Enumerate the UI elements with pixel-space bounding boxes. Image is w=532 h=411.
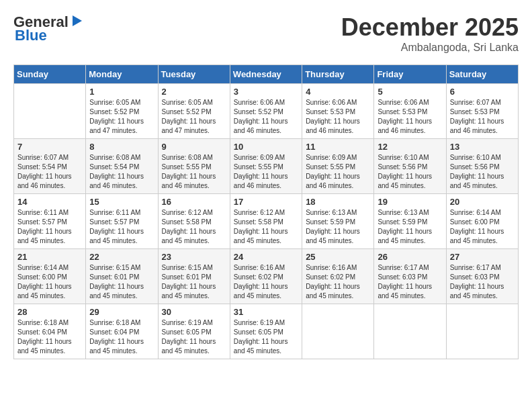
calendar-week-2: 7Sunrise: 6:07 AMSunset: 5:54 PMDaylight… [14,139,519,194]
calendar-cell: 17Sunrise: 6:12 AMSunset: 5:58 PMDayligh… [230,194,302,249]
calendar-cell: 22Sunrise: 6:15 AMSunset: 6:01 PMDayligh… [86,249,158,304]
day-info: Sunrise: 6:19 AMSunset: 6:05 PMDaylight:… [162,318,226,356]
day-info: Sunrise: 6:10 AMSunset: 5:56 PMDaylight:… [450,153,515,191]
location: Ambalangoda, Sri Lanka [341,42,519,54]
calendar-cell [14,84,86,139]
calendar-cell: 18Sunrise: 6:13 AMSunset: 5:59 PMDayligh… [302,194,374,249]
logo: General Blue [13,13,83,44]
day-number: 10 [234,142,298,152]
day-number: 20 [450,197,515,207]
day-info: Sunrise: 6:06 AMSunset: 5:53 PMDaylight:… [306,98,370,136]
day-info: Sunrise: 6:12 AMSunset: 5:58 PMDaylight:… [234,208,298,246]
calendar-week-1: 1Sunrise: 6:05 AMSunset: 5:52 PMDaylight… [14,84,519,139]
col-header-friday: Friday [374,65,446,84]
title-block: December 2025 Ambalangoda, Sri Lanka [341,13,519,54]
calendar-cell: 15Sunrise: 6:11 AMSunset: 5:57 PMDayligh… [86,194,158,249]
calendar-cell [302,304,374,359]
day-number: 2 [162,87,226,97]
day-number: 13 [450,142,515,152]
day-info: Sunrise: 6:15 AMSunset: 6:01 PMDaylight:… [89,263,154,301]
calendar-cell: 31Sunrise: 6:19 AMSunset: 6:05 PMDayligh… [230,304,302,359]
calendar-cell: 14Sunrise: 6:11 AMSunset: 5:57 PMDayligh… [14,194,86,249]
calendar-week-5: 28Sunrise: 6:18 AMSunset: 6:04 PMDayligh… [14,304,519,359]
day-number: 12 [378,142,442,152]
calendar-cell: 19Sunrise: 6:13 AMSunset: 5:59 PMDayligh… [374,194,446,249]
day-info: Sunrise: 6:11 AMSunset: 5:57 PMDaylight:… [17,208,82,246]
day-number: 31 [234,307,298,317]
calendar-cell: 21Sunrise: 6:14 AMSunset: 6:00 PMDayligh… [14,249,86,304]
calendar-header-row: SundayMondayTuesdayWednesdayThursdayFrid… [14,65,519,84]
calendar-table: SundayMondayTuesdayWednesdayThursdayFrid… [13,64,519,359]
calendar-cell: 8Sunrise: 6:08 AMSunset: 5:54 PMDaylight… [86,139,158,194]
day-number: 22 [89,252,154,262]
day-info: Sunrise: 6:11 AMSunset: 5:57 PMDaylight:… [89,208,154,246]
calendar-cell: 28Sunrise: 6:18 AMSunset: 6:04 PMDayligh… [14,304,86,359]
month-title: December 2025 [341,13,519,42]
day-number: 25 [306,252,370,262]
calendar-cell: 20Sunrise: 6:14 AMSunset: 6:00 PMDayligh… [446,194,518,249]
day-number: 5 [378,87,442,97]
calendar-cell: 13Sunrise: 6:10 AMSunset: 5:56 PMDayligh… [446,139,518,194]
calendar-cell: 5Sunrise: 6:06 AMSunset: 5:53 PMDaylight… [374,84,446,139]
day-number: 4 [306,87,370,97]
day-info: Sunrise: 6:06 AMSunset: 5:52 PMDaylight:… [234,98,298,136]
day-number: 6 [450,87,515,97]
day-info: Sunrise: 6:09 AMSunset: 5:55 PMDaylight:… [234,153,298,191]
col-header-saturday: Saturday [446,65,518,84]
day-info: Sunrise: 6:15 AMSunset: 6:01 PMDaylight:… [162,263,226,301]
day-number: 26 [378,252,442,262]
calendar-cell: 2Sunrise: 6:05 AMSunset: 5:52 PMDaylight… [158,84,230,139]
calendar-cell [446,304,518,359]
col-header-thursday: Thursday [302,65,374,84]
calendar-cell: 23Sunrise: 6:15 AMSunset: 6:01 PMDayligh… [158,249,230,304]
day-number: 28 [17,307,82,317]
day-info: Sunrise: 6:10 AMSunset: 5:56 PMDaylight:… [378,153,442,191]
day-number: 19 [378,197,442,207]
day-number: 3 [234,87,298,97]
day-number: 21 [17,252,82,262]
day-info: Sunrise: 6:17 AMSunset: 6:03 PMDaylight:… [450,263,515,301]
day-number: 8 [89,142,154,152]
day-number: 23 [162,252,226,262]
calendar-cell: 6Sunrise: 6:07 AMSunset: 5:53 PMDaylight… [446,84,518,139]
svg-marker-0 [73,15,82,26]
calendar-cell: 24Sunrise: 6:16 AMSunset: 6:02 PMDayligh… [230,249,302,304]
col-header-tuesday: Tuesday [158,65,230,84]
day-info: Sunrise: 6:09 AMSunset: 5:55 PMDaylight:… [306,153,370,191]
day-info: Sunrise: 6:14 AMSunset: 6:00 PMDaylight:… [17,263,82,301]
day-number: 29 [89,307,154,317]
day-info: Sunrise: 6:16 AMSunset: 6:02 PMDaylight:… [234,263,298,301]
day-info: Sunrise: 6:07 AMSunset: 5:54 PMDaylight:… [17,153,82,191]
day-info: Sunrise: 6:13 AMSunset: 5:59 PMDaylight:… [378,208,442,246]
day-number: 11 [306,142,370,152]
calendar-cell: 29Sunrise: 6:18 AMSunset: 6:04 PMDayligh… [86,304,158,359]
calendar-week-3: 14Sunrise: 6:11 AMSunset: 5:57 PMDayligh… [14,194,519,249]
day-number: 9 [162,142,226,152]
day-number: 17 [234,197,298,207]
day-number: 14 [17,197,82,207]
day-number: 1 [89,87,154,97]
logo-blue: Blue [15,27,47,44]
day-number: 27 [450,252,515,262]
day-info: Sunrise: 6:18 AMSunset: 6:04 PMDaylight:… [89,318,154,356]
calendar-cell: 27Sunrise: 6:17 AMSunset: 6:03 PMDayligh… [446,249,518,304]
calendar-cell: 12Sunrise: 6:10 AMSunset: 5:56 PMDayligh… [374,139,446,194]
day-number: 16 [162,197,226,207]
page-header: General Blue December 2025 Ambalangoda, … [13,13,519,54]
calendar-cell: 4Sunrise: 6:06 AMSunset: 5:53 PMDaylight… [302,84,374,139]
day-info: Sunrise: 6:05 AMSunset: 5:52 PMDaylight:… [162,98,226,136]
day-info: Sunrise: 6:13 AMSunset: 5:59 PMDaylight:… [306,208,370,246]
calendar-cell: 10Sunrise: 6:09 AMSunset: 5:55 PMDayligh… [230,139,302,194]
day-number: 30 [162,307,226,317]
calendar-cell [374,304,446,359]
day-info: Sunrise: 6:06 AMSunset: 5:53 PMDaylight:… [378,98,442,136]
day-info: Sunrise: 6:17 AMSunset: 6:03 PMDaylight:… [378,263,442,301]
calendar-cell: 25Sunrise: 6:16 AMSunset: 6:02 PMDayligh… [302,249,374,304]
calendar-cell: 1Sunrise: 6:05 AMSunset: 5:52 PMDaylight… [86,84,158,139]
day-info: Sunrise: 6:16 AMSunset: 6:02 PMDaylight:… [306,263,370,301]
day-info: Sunrise: 6:07 AMSunset: 5:53 PMDaylight:… [450,98,515,136]
day-info: Sunrise: 6:08 AMSunset: 5:54 PMDaylight:… [89,153,154,191]
col-header-monday: Monday [86,65,158,84]
day-info: Sunrise: 6:14 AMSunset: 6:00 PMDaylight:… [450,208,515,246]
calendar-cell: 26Sunrise: 6:17 AMSunset: 6:03 PMDayligh… [374,249,446,304]
